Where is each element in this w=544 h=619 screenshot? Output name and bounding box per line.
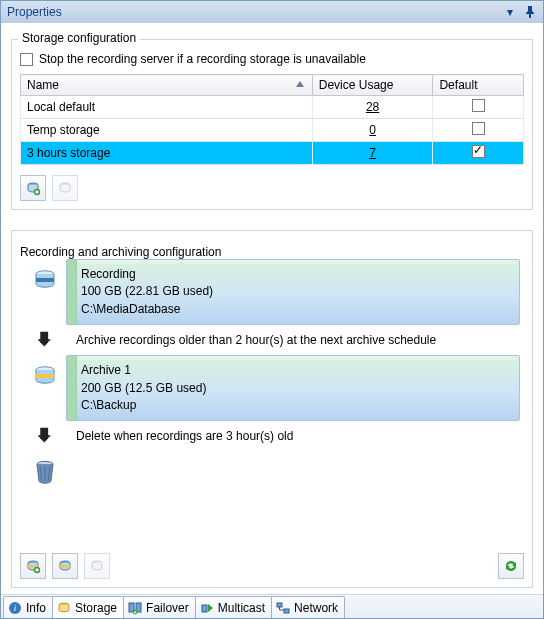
recording-card[interactable]: Recording 100 GB (22.81 GB used) C:\Medi… — [66, 259, 520, 325]
add-storage-button[interactable] — [20, 175, 46, 201]
tab-label: Network — [294, 601, 338, 615]
archive-path: C:\Backup — [81, 397, 509, 414]
col-name-label: Name — [27, 78, 59, 92]
storage-configuration-legend: Storage configuration — [18, 31, 140, 45]
storage-name-cell: Temp storage — [21, 119, 313, 142]
delete-rule-text: Delete when recordings are 3 hour(s) old — [66, 425, 520, 447]
delete-archive-button[interactable] — [84, 553, 110, 579]
recording-stage: Recording 100 GB (22.81 GB used) C:\Medi… — [24, 259, 520, 325]
table-row[interactable]: Temp storage0 — [21, 119, 524, 142]
tab-label: Storage — [75, 601, 117, 615]
arrow-down-icon: 🡇 — [36, 330, 54, 351]
archive-rule-text: Archive recordings older than 2 hour(s) … — [66, 329, 520, 351]
tab-label: Multicast — [218, 601, 265, 615]
recording-quota: 100 GB (22.81 GB used) — [81, 283, 509, 300]
archive-stage: Archive 1 200 GB (12.5 GB used) C:\Backu… — [24, 355, 520, 421]
archive-card[interactable]: Archive 1 200 GB (12.5 GB used) C:\Backu… — [66, 355, 520, 421]
info-icon: i — [8, 601, 22, 615]
col-device-usage-label: Device Usage — [319, 78, 394, 92]
storage-icon — [57, 601, 71, 615]
failover-icon — [128, 601, 142, 615]
arrow-down-icon: 🡇 — [36, 426, 54, 447]
device-usage-cell[interactable]: 28 — [312, 96, 433, 119]
tab-network[interactable]: Network — [271, 596, 345, 618]
tab-label: Failover — [146, 601, 189, 615]
archive-rule-row: 🡇 Archive recordings older than 2 hour(s… — [24, 329, 520, 351]
svg-rect-12 — [60, 565, 70, 568]
archive-quota: 200 GB (12.5 GB used) — [81, 380, 509, 397]
storage-configuration-group: Storage configuration Stop the recording… — [11, 39, 533, 210]
archive-title: Archive 1 — [81, 362, 509, 379]
edit-archive-button[interactable] — [52, 553, 78, 579]
remove-storage-button[interactable] — [52, 175, 78, 201]
recording-archiving-group: Recording and archiving configuration Re… — [11, 230, 533, 588]
storage-name-cell: Local default — [21, 96, 313, 119]
svg-rect-20 — [202, 605, 207, 612]
recording-archiving-legend: Recording and archiving configuration — [20, 245, 524, 259]
dropdown-icon[interactable]: ▾ — [503, 5, 517, 19]
col-default-label: Default — [439, 78, 477, 92]
refresh-button[interactable] — [498, 553, 524, 579]
col-name[interactable]: Name — [21, 75, 313, 96]
device-usage-cell[interactable]: 0 — [312, 119, 433, 142]
trash-stage — [24, 451, 520, 485]
network-icon — [276, 601, 290, 615]
stop-recording-server-label: Stop the recording server if a recording… — [39, 52, 366, 66]
storage-table-header-row: Name Device Usage Default — [21, 75, 524, 96]
default-checkbox[interactable] — [472, 145, 485, 158]
default-cell — [433, 142, 524, 165]
storage-table: Name Device Usage Default Local default2… — [20, 74, 524, 165]
col-device-usage[interactable]: Device Usage — [312, 75, 433, 96]
svg-rect-22 — [284, 609, 289, 613]
trash-icon — [24, 451, 66, 485]
pin-icon[interactable] — [523, 6, 537, 18]
delete-rule-row: 🡇 Delete when recordings are 3 hour(s) o… — [24, 425, 520, 447]
svg-rect-21 — [277, 603, 282, 607]
multicast-icon — [200, 601, 214, 615]
recording-title: Recording — [81, 266, 509, 283]
table-row[interactable]: 3 hours storage7 — [21, 142, 524, 165]
svg-rect-4 — [36, 278, 54, 282]
archive-card-stripe — [67, 356, 77, 420]
stop-recording-server-checkbox[interactable] — [20, 53, 33, 66]
panel-title: Properties — [7, 5, 503, 19]
device-usage-cell[interactable]: 7 — [312, 142, 433, 165]
tab-multicast[interactable]: Multicast — [195, 596, 272, 618]
tab-failover[interactable]: Failover — [123, 596, 196, 618]
panel-titlebar: Properties ▾ — [1, 1, 543, 23]
recording-path: C:\MediaDatabase — [81, 301, 509, 318]
recording-card-stripe — [67, 260, 77, 324]
recording-db-icon — [24, 259, 66, 293]
add-archive-button[interactable] — [20, 553, 46, 579]
tab-storage[interactable]: Storage — [52, 596, 124, 618]
default-checkbox[interactable] — [472, 99, 485, 112]
default-cell — [433, 119, 524, 142]
archive-toolbar — [20, 553, 524, 579]
default-cell — [433, 96, 524, 119]
storage-name-cell: 3 hours storage — [21, 142, 313, 165]
tab-label: Info — [26, 601, 46, 615]
default-checkbox[interactable] — [472, 122, 485, 135]
col-default[interactable]: Default — [433, 75, 524, 96]
table-row[interactable]: Local default28 — [21, 96, 524, 119]
sort-asc-icon — [296, 81, 304, 87]
stop-recording-server-row: Stop the recording server if a recording… — [20, 52, 524, 66]
svg-rect-6 — [36, 374, 54, 378]
tab-info[interactable]: iInfo — [3, 596, 53, 618]
archive-db-icon — [24, 355, 66, 389]
storage-toolbar — [20, 175, 524, 201]
bottom-tabs: iInfoStorageFailoverMulticastNetwork — [1, 594, 543, 618]
